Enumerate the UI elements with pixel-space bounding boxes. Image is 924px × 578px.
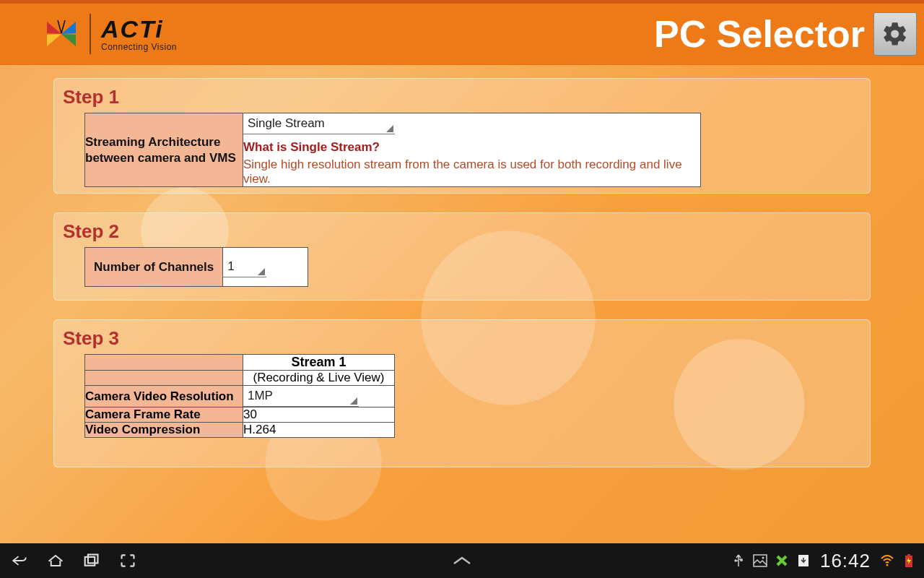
home-icon <box>48 552 64 569</box>
page-title: PC Selector <box>654 12 865 56</box>
compression-value: H.264 <box>243 423 276 436</box>
home-button[interactable] <box>48 553 64 569</box>
wifi-icon <box>879 553 895 569</box>
channels-select[interactable]: 1 <box>223 256 266 277</box>
step2-label: Number of Channels <box>94 260 214 274</box>
step2-card: Step 2 Number of Channels 1 <box>53 212 871 301</box>
sync-icon <box>774 553 790 569</box>
svg-line-0 <box>58 20 61 33</box>
row-label: Camera Frame Rate <box>85 407 201 421</box>
svg-rect-4 <box>754 555 767 566</box>
system-navbar: 16:42 <box>0 543 924 578</box>
step3-card: Step 3 Stream 1 (Recording & Live View) … <box>53 319 871 467</box>
row-label: Camera Video Resolution <box>85 389 234 403</box>
app-header: ACTi Connecting Vision PC Selector <box>0 4 924 65</box>
expand-button[interactable] <box>451 555 473 566</box>
step2-title: Step 2 <box>63 220 861 243</box>
brand-name: ACTi <box>101 17 177 41</box>
step1-help-question: What is Single Stream? <box>243 140 700 155</box>
svg-point-7 <box>886 564 889 566</box>
chevron-up-icon <box>451 555 473 566</box>
settings-button[interactable] <box>873 12 917 56</box>
step3-col-header: Stream 1 <box>243 355 395 371</box>
step3-title: Step 3 <box>63 327 861 350</box>
svg-line-1 <box>61 20 65 33</box>
step1-label: Streaming Architecture between camera an… <box>85 135 236 164</box>
clock: 16:42 <box>820 550 871 572</box>
step1-card: Step 1 Streaming Architecture between ca… <box>53 78 871 194</box>
table-row: Video Compression H.264 <box>85 423 395 438</box>
svg-rect-9 <box>907 554 910 556</box>
frame-rate-value: 30 <box>243 407 257 421</box>
step1-help-answer: Single high resolution stream from the c… <box>243 158 700 186</box>
step3-blank-header <box>85 355 243 371</box>
brand-tagline: Connecting Vision <box>101 43 177 51</box>
resolution-select[interactable]: 1MP <box>243 386 359 407</box>
battery-icon <box>901 553 917 569</box>
download-icon <box>796 553 811 569</box>
gear-icon <box>881 20 909 48</box>
table-row: Camera Frame Rate 30 <box>85 407 395 423</box>
recents-button[interactable] <box>84 553 100 569</box>
step1-title: Step 1 <box>63 86 861 108</box>
back-button[interactable] <box>12 553 27 569</box>
screenshot-icon <box>120 552 136 569</box>
gallery-icon <box>752 553 768 569</box>
butterfly-icon <box>43 16 79 52</box>
recents-icon <box>84 552 100 569</box>
svg-rect-3 <box>88 555 98 564</box>
table-row: Camera Video Resolution 1MP <box>85 386 395 407</box>
svg-rect-2 <box>85 557 95 566</box>
svg-point-5 <box>762 557 764 559</box>
screenshot-button[interactable] <box>120 553 136 569</box>
usb-icon <box>731 553 746 569</box>
row-label: Video Compression <box>85 423 200 436</box>
streaming-architecture-select[interactable]: Single Stream <box>243 113 395 134</box>
brand-logo: ACTi Connecting Vision <box>43 14 177 54</box>
back-icon <box>12 552 27 569</box>
step3-col-sub: (Recording & Live View) <box>243 371 395 386</box>
